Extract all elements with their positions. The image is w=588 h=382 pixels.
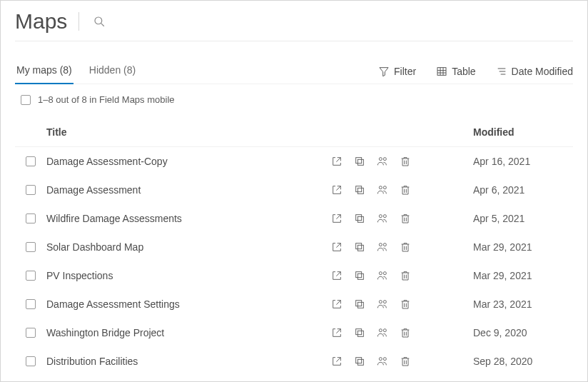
filter-button[interactable]: Filter [378,66,416,77]
table-row[interactable]: Damage Assessment-Copy [15,147,573,176]
delete-button[interactable] [399,212,412,225]
duplicate-button[interactable] [353,212,366,225]
trash-icon [400,184,411,196]
row-checkbox[interactable] [26,328,36,338]
svg-rect-33 [358,245,363,251]
open-external-button[interactable] [330,184,343,196]
selection-summary-row: 1–8 out of 8 in Field Maps mobile [21,94,573,105]
delete-button[interactable] [399,326,412,339]
open-external-icon [331,270,343,281]
row-checkbox[interactable] [26,299,36,309]
table-row[interactable]: Wildfire Damage Assessments [15,204,573,233]
open-external-button[interactable] [330,155,343,168]
duplicate-button[interactable] [353,298,366,311]
table-row[interactable]: Damage Assessment [15,176,573,204]
svg-point-15 [383,158,386,161]
row-checkbox[interactable] [26,213,36,223]
delete-button[interactable] [399,298,412,311]
share-group-icon [376,241,389,253]
row-title: Wildfire Damage Assessments [46,213,330,224]
open-external-icon [331,241,343,253]
table-row[interactable]: Solar Dashboard Map [15,233,573,261]
share-button[interactable] [376,212,389,225]
row-checkbox[interactable] [26,356,36,366]
delete-button[interactable] [399,241,412,253]
open-external-button[interactable] [330,269,343,282]
svg-rect-41 [356,272,362,278]
table-body: Damage Assessment-Copy [15,147,573,376]
sort-button[interactable]: Date Modified [496,66,573,77]
filter-icon [378,66,390,77]
svg-rect-34 [356,243,362,249]
row-checkbox[interactable] [26,185,36,195]
duplicate-icon [354,184,365,196]
open-external-button[interactable] [330,241,343,253]
table-row[interactable]: Distribution Facilities [15,347,573,376]
table-row[interactable]: Damage Assessment Settings [15,290,573,318]
open-external-icon [331,184,343,196]
table-view-button[interactable]: Table [436,66,475,77]
row-modified: Mar 23, 2021 [473,298,573,310]
delete-button[interactable] [399,155,412,168]
trash-icon [400,241,411,253]
share-button[interactable] [376,184,389,196]
svg-rect-26 [358,216,363,222]
duplicate-button[interactable] [353,355,366,368]
selection-summary-text: 1–8 out of 8 in Field Maps mobile [38,94,175,105]
delete-button[interactable] [399,184,412,196]
select-all-checkbox[interactable] [21,95,31,105]
duplicate-button[interactable] [353,269,366,282]
row-title: Damage Assessment [46,184,330,196]
row-modified: Dec 9, 2020 [473,327,573,338]
svg-point-14 [379,158,382,161]
trash-icon [400,213,411,224]
column-header-modified[interactable]: Modified [473,126,573,138]
row-checkbox[interactable] [26,242,36,252]
share-button[interactable] [376,155,389,168]
svg-point-43 [383,272,386,275]
row-checkbox[interactable] [26,156,36,166]
svg-rect-13 [356,158,362,164]
share-button[interactable] [376,269,389,282]
table-row[interactable]: Washington Bridge Project [15,318,573,347]
share-button[interactable] [376,241,389,253]
svg-marker-2 [380,68,388,76]
duplicate-icon [354,356,365,367]
page-header: Maps [15,6,573,41]
tab-my-maps[interactable]: My maps (8) [15,59,74,84]
row-modified: Apr 16, 2021 [473,156,573,167]
duplicate-icon [354,327,365,338]
svg-rect-20 [356,186,362,192]
open-external-icon [331,327,343,338]
delete-button[interactable] [399,269,412,282]
table-row[interactable]: PV Inspections [15,261,573,290]
svg-point-49 [379,301,382,303]
open-external-button[interactable] [330,326,343,339]
svg-rect-3 [437,68,446,76]
duplicate-icon [354,156,365,167]
delete-button[interactable] [399,355,412,368]
svg-rect-12 [358,159,363,165]
share-group-icon [376,270,389,281]
duplicate-button[interactable] [353,184,366,196]
share-button[interactable] [376,355,389,368]
share-button[interactable] [376,298,389,311]
table-view-label: Table [452,66,475,77]
search-button[interactable] [91,13,108,30]
duplicate-button[interactable] [353,241,366,253]
open-external-button[interactable] [330,212,343,225]
open-external-button[interactable] [330,355,343,368]
tab-hidden[interactable]: Hidden (8) [88,59,137,84]
share-button[interactable] [376,326,389,339]
svg-line-60 [336,358,340,362]
tabs: My maps (8) Hidden (8) [15,59,137,84]
row-checkbox[interactable] [26,271,36,281]
duplicate-button[interactable] [353,155,366,168]
trash-icon [400,156,411,167]
open-external-icon [331,213,343,224]
column-header-title[interactable]: Title [46,126,330,138]
open-external-button[interactable] [330,298,343,311]
duplicate-button[interactable] [353,326,366,339]
svg-rect-47 [358,302,363,308]
svg-point-42 [379,272,382,275]
